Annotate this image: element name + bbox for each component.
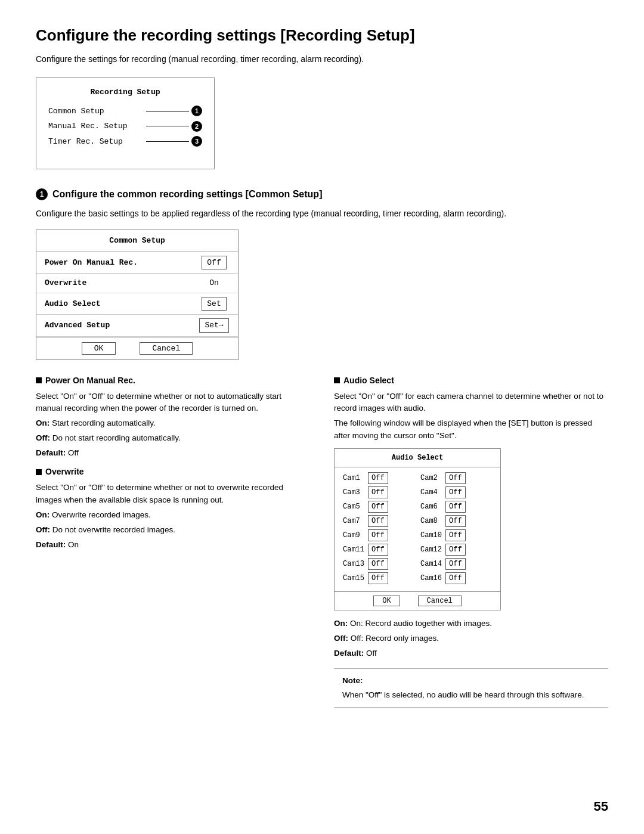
square-bullet-power <box>36 377 42 383</box>
diagram-item-3: Timer Rec. Setup 3 <box>48 136 202 148</box>
page-title: Configure the recording settings [Record… <box>36 24 608 47</box>
common-setup-box: Common Setup Power On Manual Rec. Off Ov… <box>36 230 239 360</box>
audio-defaults: On: On: Record audio together with image… <box>334 618 608 660</box>
common-setup-header: 1 Configure the common recording setting… <box>36 187 608 201</box>
two-col-layout: Power On Manual Rec. Select "On" or "Off… <box>36 374 608 708</box>
square-bullet-audio <box>334 377 340 383</box>
diagram-num-3: 3 <box>191 136 202 147</box>
audio-row-5: Cam11 Off Cam12 Off <box>343 544 492 556</box>
diagram-item-2: Manual Rec. Setup 2 <box>48 120 202 132</box>
page-intro: Configure the settings for recording (ma… <box>36 53 608 66</box>
overwrite-value: On <box>209 278 219 287</box>
setup-row-power: Power On Manual Rec. Off <box>36 252 238 274</box>
audio-row-6: Cam13 Off Cam14 Off <box>343 558 492 570</box>
diagram-num-1: 1 <box>191 106 202 116</box>
square-bullet-overwrite <box>36 469 42 475</box>
audio-subsection-title: Audio Select <box>334 374 608 387</box>
audio-row-3: Cam7 Off Cam8 Off <box>343 515 492 527</box>
overwrite-subsection-title: Overwrite <box>36 466 310 478</box>
section-title: Configure the common recording settings … <box>52 187 322 201</box>
ok-button[interactable]: OK <box>82 342 116 355</box>
power-subsection-body: Select "On" or "Off" to determine whethe… <box>36 390 310 460</box>
audio-select-box: Audio Select Cam1 Off Cam2 Off Cam3 O <box>334 448 501 610</box>
audio-row-1: Cam3 Off Cam4 Off <box>343 486 492 498</box>
cancel-button[interactable]: Cancel <box>140 342 193 355</box>
audio-row-2: Cam5 Off Cam6 Off <box>343 501 492 513</box>
setup-footer: OK Cancel <box>36 337 238 359</box>
audio-cancel-button[interactable]: Cancel <box>418 596 462 606</box>
power-value: Off <box>202 256 226 270</box>
audio-row-7: Cam15 Off Cam16 Off <box>343 572 492 584</box>
diagram-title: Recording Setup <box>48 86 202 98</box>
audio-row-4: Cam9 Off Cam10 Off <box>343 529 492 541</box>
diagram-item-1: Common Setup 1 <box>48 106 202 117</box>
advanced-value: Set→ <box>199 318 228 333</box>
audio-box-title: Audio Select <box>335 449 500 467</box>
overwrite-subsection-body: Select "On" or "Off" to determine whethe… <box>36 482 310 551</box>
right-column: Audio Select Select "On" or "Off" for ea… <box>334 374 608 708</box>
setup-row-advanced: Advanced Setup Set→ <box>36 315 238 337</box>
audio-grid: Cam1 Off Cam2 Off Cam3 Off Cam4 <box>335 467 500 591</box>
left-column: Power On Manual Rec. Select "On" or "Off… <box>36 374 310 708</box>
recording-setup-diagram: Recording Setup Common Setup 1 Manual Re… <box>36 77 215 169</box>
note-box: Note: When "Off" is selected, no audio w… <box>334 668 608 708</box>
setup-box-title: Common Setup <box>36 230 238 252</box>
common-setup-desc: Configure the basic settings to be appli… <box>36 207 608 220</box>
setup-row-audio: Audio Select Set <box>36 293 238 315</box>
audio-subsection-body: Select "On" or "Off" for each camera cha… <box>334 390 608 443</box>
audio-footer: OK Cancel <box>335 591 500 610</box>
setup-row-overwrite: Overwrite On <box>36 274 238 293</box>
audio-value: Set <box>202 297 226 311</box>
diagram-num-2: 2 <box>191 121 202 132</box>
page-number: 55 <box>594 796 608 816</box>
power-subsection-title: Power On Manual Rec. <box>36 374 310 387</box>
audio-row-0: Cam1 Off Cam2 Off <box>343 472 492 484</box>
section-bullet-1: 1 <box>36 188 48 200</box>
audio-ok-button[interactable]: OK <box>373 596 400 606</box>
